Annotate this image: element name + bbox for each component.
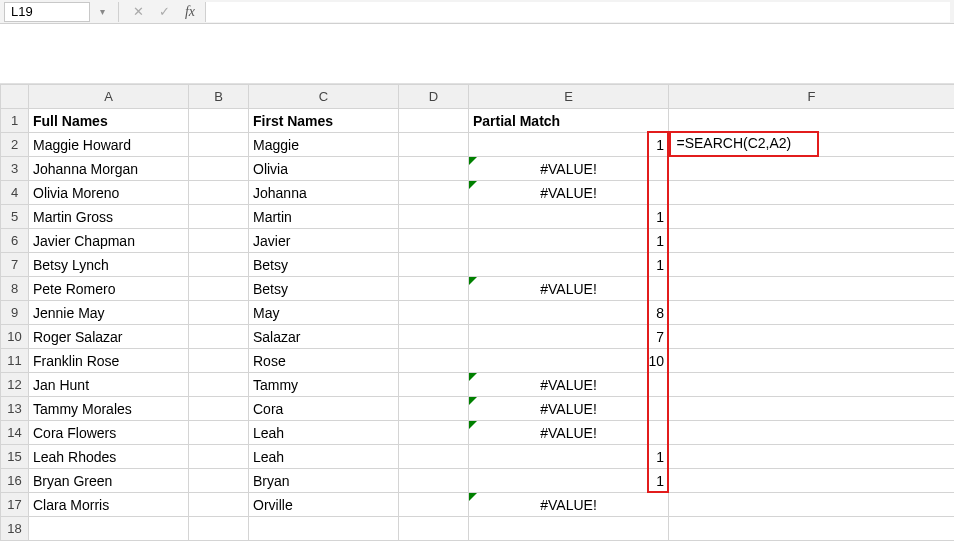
- cell[interactable]: [189, 373, 249, 397]
- cell[interactable]: Olivia: [249, 157, 399, 181]
- cell[interactable]: [189, 301, 249, 325]
- row-header[interactable]: 17: [1, 493, 29, 517]
- cell[interactable]: [189, 325, 249, 349]
- row-header[interactable]: 6: [1, 229, 29, 253]
- cell[interactable]: [29, 517, 189, 541]
- cell[interactable]: Full Names: [29, 109, 189, 133]
- cell[interactable]: [669, 349, 955, 373]
- cell[interactable]: Tammy: [249, 373, 399, 397]
- cell[interactable]: [189, 181, 249, 205]
- col-header-F[interactable]: F: [669, 85, 955, 109]
- row-header[interactable]: 4: [1, 181, 29, 205]
- row-header[interactable]: 13: [1, 397, 29, 421]
- cell[interactable]: #VALUE!: [469, 181, 669, 205]
- cell[interactable]: [399, 493, 469, 517]
- row-header[interactable]: 8: [1, 277, 29, 301]
- row-header[interactable]: 7: [1, 253, 29, 277]
- row-header[interactable]: 11: [1, 349, 29, 373]
- cell[interactable]: Tammy Morales: [29, 397, 189, 421]
- cell[interactable]: [669, 229, 955, 253]
- cell[interactable]: Cora Flowers: [29, 421, 189, 445]
- cell[interactable]: [399, 325, 469, 349]
- cell[interactable]: [189, 493, 249, 517]
- cell[interactable]: [399, 421, 469, 445]
- cell[interactable]: Maggie: [249, 133, 399, 157]
- cell[interactable]: [399, 205, 469, 229]
- cell[interactable]: 8: [469, 301, 669, 325]
- cell[interactable]: 7: [469, 325, 669, 349]
- cell[interactable]: [189, 517, 249, 541]
- cell[interactable]: #VALUE!: [469, 157, 669, 181]
- cell[interactable]: Pete Romero: [29, 277, 189, 301]
- cell[interactable]: Martin Gross: [29, 205, 189, 229]
- row-header[interactable]: 15: [1, 445, 29, 469]
- row-header[interactable]: 16: [1, 469, 29, 493]
- col-header-B[interactable]: B: [189, 85, 249, 109]
- cell[interactable]: [399, 445, 469, 469]
- cancel-formula-button[interactable]: ✕: [127, 2, 149, 22]
- cell[interactable]: [669, 205, 955, 229]
- cell[interactable]: [399, 109, 469, 133]
- cell[interactable]: Clara Morris: [29, 493, 189, 517]
- row-header[interactable]: 5: [1, 205, 29, 229]
- cell[interactable]: 1: [469, 205, 669, 229]
- cell[interactable]: Salazar: [249, 325, 399, 349]
- cell[interactable]: [399, 253, 469, 277]
- cell[interactable]: Olivia Moreno: [29, 181, 189, 205]
- cell[interactable]: [669, 493, 955, 517]
- cell[interactable]: Partial Match: [469, 109, 669, 133]
- cell[interactable]: [399, 397, 469, 421]
- row-header[interactable]: 14: [1, 421, 29, 445]
- cell[interactable]: 1: [469, 469, 669, 493]
- cell[interactable]: [189, 445, 249, 469]
- cell[interactable]: [399, 181, 469, 205]
- cell[interactable]: [399, 301, 469, 325]
- cell[interactable]: Cora: [249, 397, 399, 421]
- cell[interactable]: Javier: [249, 229, 399, 253]
- cell[interactable]: [399, 373, 469, 397]
- row-header[interactable]: 2: [1, 133, 29, 157]
- row-header[interactable]: 18: [1, 517, 29, 541]
- cell[interactable]: #VALUE!: [469, 493, 669, 517]
- cell[interactable]: [189, 349, 249, 373]
- cell[interactable]: Javier Chapman: [29, 229, 189, 253]
- col-header-A[interactable]: A: [29, 85, 189, 109]
- cell[interactable]: 1: [469, 445, 669, 469]
- cell[interactable]: Maggie Howard: [29, 133, 189, 157]
- cell[interactable]: [669, 277, 955, 301]
- row-header[interactable]: 10: [1, 325, 29, 349]
- cell[interactable]: [669, 181, 955, 205]
- worksheet-grid[interactable]: A B C D E F 1Full NamesFirst NamesPartia…: [0, 84, 954, 541]
- cell[interactable]: Martin: [249, 205, 399, 229]
- row-header[interactable]: 1: [1, 109, 29, 133]
- cell[interactable]: #VALUE!: [469, 397, 669, 421]
- cell[interactable]: [189, 253, 249, 277]
- cell[interactable]: [669, 325, 955, 349]
- row-header[interactable]: 3: [1, 157, 29, 181]
- cell[interactable]: Jennie May: [29, 301, 189, 325]
- cell[interactable]: First Names: [249, 109, 399, 133]
- cell[interactable]: Betsy Lynch: [29, 253, 189, 277]
- cell[interactable]: [669, 445, 955, 469]
- cell[interactable]: [399, 349, 469, 373]
- cell[interactable]: #VALUE!: [469, 421, 669, 445]
- cell[interactable]: [189, 229, 249, 253]
- cell[interactable]: [189, 157, 249, 181]
- cell[interactable]: [399, 157, 469, 181]
- cell[interactable]: Betsy: [249, 253, 399, 277]
- cell[interactable]: #VALUE!: [469, 277, 669, 301]
- cell[interactable]: [669, 301, 955, 325]
- cell[interactable]: #VALUE!: [469, 373, 669, 397]
- cell[interactable]: [669, 133, 955, 157]
- cell[interactable]: [469, 517, 669, 541]
- select-all-corner[interactable]: [1, 85, 29, 109]
- cell[interactable]: [669, 421, 955, 445]
- cell[interactable]: [189, 205, 249, 229]
- cell[interactable]: May: [249, 301, 399, 325]
- cell[interactable]: [399, 469, 469, 493]
- cell[interactable]: [189, 421, 249, 445]
- cell[interactable]: Leah: [249, 421, 399, 445]
- cell[interactable]: [189, 469, 249, 493]
- accept-formula-button[interactable]: ✓: [153, 2, 175, 22]
- cell[interactable]: [249, 517, 399, 541]
